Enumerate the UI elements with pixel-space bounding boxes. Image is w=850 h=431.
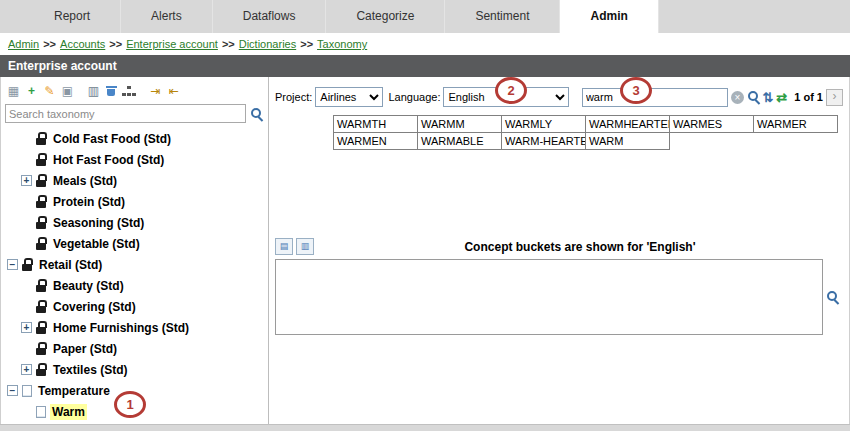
lock-icon [36, 132, 47, 145]
annotation-number: 2 [507, 83, 514, 98]
tree-item[interactable]: Hot Fast Food (Std) [1, 149, 268, 170]
lock-icon [36, 195, 47, 208]
tree-item-label: Paper (Std) [51, 341, 119, 357]
tree-item[interactable]: Cold Fast Food (Std) [1, 128, 268, 149]
next-page-button[interactable] [826, 89, 843, 106]
lock-icon [36, 174, 47, 187]
breadcrumb-link[interactable]: Enterprise account [126, 38, 218, 50]
add-node-icon[interactable]: + [23, 83, 40, 99]
annotation-number: 3 [632, 83, 639, 98]
tree-item-label: Beauty (Std) [51, 278, 126, 294]
breadcrumb-separator: >> [43, 38, 56, 50]
concept-message: Concept buckets are shown for 'English' [317, 240, 843, 254]
sort-icon[interactable] [762, 90, 773, 105]
export-icon[interactable]: ⇤ [165, 83, 182, 99]
term-cell[interactable]: WARMER [753, 115, 838, 133]
lock-icon [36, 237, 47, 250]
term-cell[interactable]: WARMM [417, 115, 502, 133]
concept-search-button[interactable] [823, 290, 843, 304]
tab-report[interactable]: Report [24, 0, 121, 33]
import-icon[interactable]: ⇥ [147, 83, 164, 99]
breadcrumb-link[interactable]: Dictionaries [239, 38, 296, 50]
term-cell[interactable]: WARM [585, 132, 670, 150]
bottom-strip [0, 424, 850, 431]
breadcrumb-separator: >> [222, 38, 235, 50]
tree-item-label: Textiles (Std) [51, 362, 129, 378]
tree-item[interactable]: Vegetable (Std) [1, 233, 268, 254]
expand-icon[interactable]: + [21, 364, 32, 375]
concept-bucket-textarea[interactable] [275, 259, 823, 335]
tree-item[interactable]: +Home Furnishings (Std) [1, 317, 268, 338]
tree-item[interactable]: Paper (Std) [1, 338, 268, 359]
term-cell[interactable]: WARMES [669, 115, 754, 133]
breadcrumb-separator: >> [109, 38, 122, 50]
delete-icon[interactable] [103, 83, 120, 99]
tree-item[interactable]: +Meals (Std) [1, 170, 268, 191]
tab-admin[interactable]: Admin [560, 0, 658, 33]
term-cell[interactable]: WARMEN [333, 132, 418, 150]
page-icon [36, 406, 46, 418]
taxonomy-tree: Cold Fast Food (Std)Hot Fast Food (Std)+… [1, 125, 268, 424]
term-row: WARMENWARMABLEWARM-HEARTEDWARM [333, 132, 845, 150]
edit-icon[interactable]: ✎ [41, 83, 58, 99]
pagination-label: 1 of 1 [794, 91, 823, 103]
tree-item[interactable]: Beauty (Std) [1, 275, 268, 296]
breadcrumb-link[interactable]: Taxonomy [317, 38, 367, 50]
tree-item[interactable]: Protein (Std) [1, 191, 268, 212]
term-grid: WARMTHWARMMWARMLYWARMHEARTEDWARMESWARMER… [333, 115, 845, 150]
concept-row: Concept buckets are shown for 'English' [269, 238, 849, 255]
term-cell[interactable]: WARMLY [501, 115, 586, 133]
lock-icon [36, 342, 47, 355]
collapse-icon[interactable]: − [7, 259, 18, 270]
term-cell[interactable]: WARM-HEARTED [501, 132, 586, 150]
tree-item-label: Seasoning (Std) [51, 215, 146, 231]
grid-icon[interactable]: ▦ [5, 83, 22, 99]
tree-item-label: Temperature [36, 383, 112, 399]
term-search-input[interactable] [582, 88, 728, 107]
term-cell[interactable]: WARMHEARTED [585, 115, 670, 133]
results-toolbar: Project: Airlines Language: English 1 of… [269, 77, 849, 111]
tab-categorize[interactable]: Categorize [326, 0, 445, 33]
tab-alerts[interactable]: Alerts [121, 0, 213, 33]
breadcrumb: Admin>>Accounts>>Enterprise account>>Dic… [0, 33, 850, 55]
main-area: ▦+✎▣▥⇥⇤ Cold Fast Food (Std)Hot Fast Foo… [0, 77, 850, 424]
paste-icon[interactable]: ▥ [85, 83, 102, 99]
tree-item[interactable]: −Retail (Std) [1, 254, 268, 275]
annotation-circle-1: 1 [114, 391, 146, 418]
tree-item-label: Meals (Std) [51, 173, 119, 189]
search-taxonomy-input[interactable] [5, 104, 246, 123]
transfer-icon[interactable] [776, 90, 787, 105]
search-icon[interactable] [250, 107, 264, 121]
breadcrumb-link[interactable]: Accounts [60, 38, 105, 50]
hierarchy-icon[interactable] [121, 83, 138, 99]
tree-item[interactable]: Seasoning (Std) [1, 212, 268, 233]
lock-icon [22, 258, 33, 271]
clear-icon[interactable] [731, 91, 744, 104]
tree-item-label: Vegetable (Std) [51, 236, 142, 252]
project-select[interactable]: Airlines [315, 87, 383, 107]
collapse-icon[interactable]: − [7, 385, 18, 396]
copy-icon[interactable]: ▣ [59, 83, 76, 99]
tree-item-label: Hot Fast Food (Std) [51, 152, 166, 168]
concept-bucket-icon-1[interactable] [275, 238, 293, 255]
tab-sentiment[interactable]: Sentiment [445, 0, 560, 33]
taxonomy-toolbar: ▦+✎▣▥⇥⇤ [1, 77, 268, 102]
term-cell[interactable]: WARMABLE [417, 132, 502, 150]
tree-item-label: Protein (Std) [51, 194, 127, 210]
tree-item[interactable]: +Textiles (Std) [1, 359, 268, 380]
results-panel: Project: Airlines Language: English 1 of… [269, 77, 849, 424]
lock-icon [36, 279, 47, 292]
tree-item-label: Covering (Std) [51, 299, 138, 315]
term-cell[interactable]: WARMTH [333, 115, 418, 133]
expand-icon[interactable]: + [21, 175, 32, 186]
tree-item[interactable]: Covering (Std) [1, 296, 268, 317]
tree-item-label: Retail (Std) [37, 257, 104, 273]
expand-icon[interactable]: + [21, 322, 32, 333]
search-icon [826, 290, 840, 304]
tab-bar: ReportAlertsDataflowsCategorizeSentiment… [0, 0, 850, 33]
search-icon[interactable] [747, 90, 760, 104]
breadcrumb-link[interactable]: Admin [8, 38, 39, 50]
term-row: WARMTHWARMMWARMLYWARMHEARTEDWARMESWARMER [333, 115, 845, 133]
tab-dataflows[interactable]: Dataflows [213, 0, 327, 33]
concept-bucket-icon-2[interactable] [296, 238, 314, 255]
